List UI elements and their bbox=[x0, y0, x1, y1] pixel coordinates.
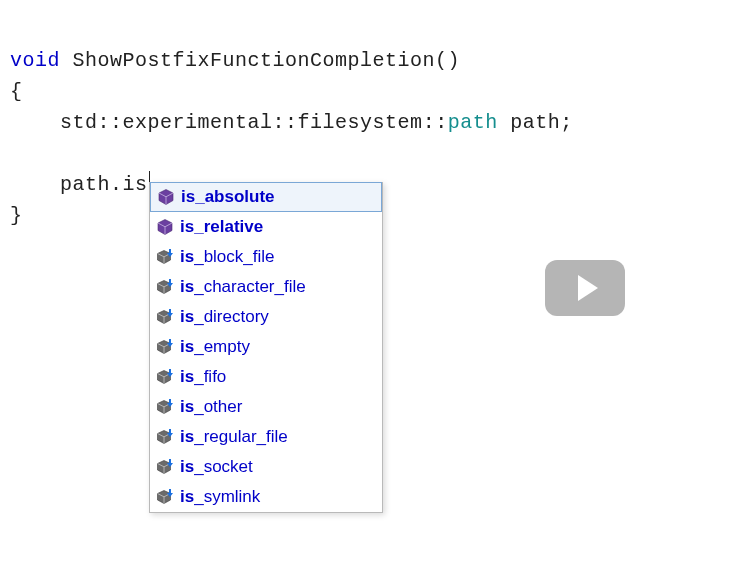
completion-item[interactable]: is_directory bbox=[150, 302, 382, 332]
extension-method-icon bbox=[156, 278, 174, 296]
type-path: path bbox=[448, 111, 498, 134]
keyword-void: void bbox=[10, 49, 60, 72]
completion-item-label: is_block_file bbox=[180, 247, 275, 267]
extension-method-icon bbox=[156, 428, 174, 446]
video-play-button[interactable] bbox=[545, 260, 625, 316]
indent bbox=[10, 111, 60, 134]
completion-item[interactable]: is_block_file bbox=[150, 242, 382, 272]
completion-item-label: is_other bbox=[180, 397, 242, 417]
brace-open: { bbox=[10, 80, 23, 103]
completion-item[interactable]: is_regular_file bbox=[150, 422, 382, 452]
completion-item[interactable]: is_relative bbox=[150, 212, 382, 242]
completion-item[interactable]: is_socket bbox=[150, 452, 382, 482]
brace-close: } bbox=[10, 204, 23, 227]
ns-filesystem: filesystem bbox=[298, 111, 423, 134]
play-icon bbox=[578, 275, 598, 301]
completion-item-label: is_character_file bbox=[180, 277, 306, 297]
extension-method-icon bbox=[156, 248, 174, 266]
completion-item-label: is_socket bbox=[180, 457, 253, 477]
ns-std: std bbox=[60, 111, 98, 134]
extension-method-icon bbox=[156, 488, 174, 506]
completion-item[interactable]: is_other bbox=[150, 392, 382, 422]
completion-item[interactable]: is_character_file bbox=[150, 272, 382, 302]
completion-item[interactable]: is_empty bbox=[150, 332, 382, 362]
completion-item-label: is_regular_file bbox=[180, 427, 288, 447]
extension-method-icon bbox=[156, 338, 174, 356]
function-name: ShowPostfixFunctionCompletion bbox=[73, 49, 436, 72]
completion-item-label: is_absolute bbox=[181, 187, 275, 207]
extension-method-icon bbox=[156, 368, 174, 386]
indent bbox=[10, 173, 60, 196]
completion-item[interactable]: is_absolute bbox=[150, 182, 382, 212]
method-icon bbox=[156, 218, 174, 236]
completion-item-label: is_directory bbox=[180, 307, 269, 327]
extension-method-icon bbox=[156, 398, 174, 416]
typed-text: is bbox=[123, 173, 148, 196]
var-path: path bbox=[510, 111, 560, 134]
ns-experimental: experimental bbox=[123, 111, 273, 134]
parens: () bbox=[435, 49, 460, 72]
extension-method-icon bbox=[156, 458, 174, 476]
completion-item-label: is_symlink bbox=[180, 487, 260, 507]
completion-item[interactable]: is_fifo bbox=[150, 362, 382, 392]
completion-item-label: is_fifo bbox=[180, 367, 226, 387]
completion-item-label: is_relative bbox=[180, 217, 263, 237]
extension-method-icon bbox=[156, 308, 174, 326]
completion-popup[interactable]: is_absoluteis_relative is_block_file is_… bbox=[149, 182, 383, 513]
method-icon bbox=[157, 188, 175, 206]
obj-path: path bbox=[60, 173, 110, 196]
completion-item-label: is_empty bbox=[180, 337, 250, 357]
completion-item[interactable]: is_symlink bbox=[150, 482, 382, 512]
